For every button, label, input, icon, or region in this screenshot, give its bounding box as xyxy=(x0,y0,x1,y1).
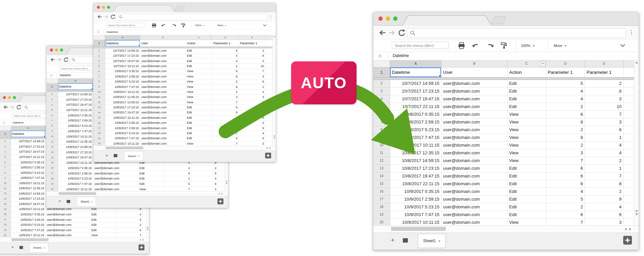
sheet-cell[interactable]: 10/8/2017 0:35:15 xyxy=(58,113,93,118)
column-header-e[interactable]: E xyxy=(585,60,624,67)
sheet-cell[interactable]: user@domain.com xyxy=(441,196,507,203)
sheet-cell[interactable]: 10/7/2017 22:11:15 xyxy=(105,64,140,69)
sheet-cell[interactable]: 10/8/2017 7:47:15 xyxy=(105,85,140,90)
paint-format-icon[interactable] xyxy=(501,42,507,49)
sheet-cell[interactable]: 10/9/2017 10:11:15 xyxy=(390,219,441,225)
row-number[interactable]: 5 xyxy=(0,155,11,160)
sheet-cell[interactable]: 10/9/2017 10:11:15 xyxy=(11,233,45,238)
forward-icon[interactable] xyxy=(10,104,15,110)
formula-bar-value[interactable]: Datetime xyxy=(393,53,409,58)
sheet-cell[interactable]: 10/8/2017 14:59:15 xyxy=(390,157,441,165)
sheet-cell[interactable]: View xyxy=(185,95,212,100)
sheet-cell[interactable]: 2 xyxy=(165,176,191,182)
sheet-cell[interactable]: 1 xyxy=(585,165,624,172)
sheet-cell[interactable]: user@domain.com xyxy=(140,74,185,79)
sheet-cell[interactable]: 10/9/2017 5:23:15 xyxy=(11,222,45,228)
minimize-window-button[interactable] xyxy=(8,96,11,99)
sheet-cell[interactable]: 10/7/2017 14:59:15 xyxy=(390,80,441,88)
sheet-cell[interactable]: 10/9/2017 5:23:15 xyxy=(390,203,441,211)
sheet-cell[interactable]: View xyxy=(507,134,546,142)
column-header-d[interactable]: D xyxy=(212,35,239,40)
sheet-cell[interactable]: 1 xyxy=(239,105,265,110)
sheet-cell[interactable]: 2 xyxy=(239,100,265,105)
sheet-cell[interactable]: 4 xyxy=(546,88,585,95)
scroll-up-icon[interactable] xyxy=(273,36,275,37)
sheet-cell[interactable]: Edit xyxy=(138,171,165,176)
sheet-cell[interactable]: 9 xyxy=(585,196,624,203)
row-number[interactable]: 13 xyxy=(47,150,58,155)
row-number[interactable]: 9 xyxy=(47,129,58,134)
sheet-cell[interactable]: Edit xyxy=(507,103,546,111)
sheet-cell[interactable]: Edit xyxy=(507,95,546,103)
row-number[interactable]: 17 xyxy=(373,196,390,203)
row-number[interactable]: 8 xyxy=(47,123,58,129)
horizontal-scroll-thumb[interactable] xyxy=(391,227,446,231)
sheet-tab[interactable]: Sheet1 xyxy=(77,197,96,207)
sheet-cell[interactable]: Parameter 1 xyxy=(585,67,624,78)
sheet-cell[interactable]: 7 xyxy=(585,172,624,180)
scroll-left-icon[interactable] xyxy=(266,147,267,149)
sheet-cell[interactable]: Edit xyxy=(185,64,212,69)
sheet-cell[interactable]: Action xyxy=(507,67,546,78)
sheet-cell[interactable]: Edit xyxy=(185,120,212,125)
row-number[interactable]: 19 xyxy=(0,228,11,233)
sheet-cell[interactable]: user@domain.com xyxy=(46,217,90,222)
sheet-cell[interactable]: Edit xyxy=(185,105,212,110)
horizontal-scrollbar[interactable] xyxy=(373,225,639,233)
sheet-cell[interactable]: user@domain.com xyxy=(441,88,507,95)
sheet-cell[interactable]: 2 xyxy=(212,79,239,84)
sheet-cell[interactable]: 10/7/2017 17:23:15 xyxy=(105,53,140,58)
minimize-window-button[interactable] xyxy=(386,16,390,21)
sheet-cell[interactable]: Parameter 1 xyxy=(546,67,585,78)
sheet-cell[interactable]: Edit xyxy=(507,88,546,95)
sheet-cell[interactable]: 2 xyxy=(546,126,585,134)
sheet-cell[interactable]: Edit xyxy=(185,126,212,131)
sheet-cell[interactable]: 10/7/2017 17:23:15 xyxy=(58,97,93,102)
url-bar[interactable] xyxy=(407,28,626,38)
sheet-cell[interactable]: 4 xyxy=(191,176,218,182)
sheet-cell[interactable]: Edit xyxy=(185,115,212,120)
row-number[interactable]: 20 xyxy=(373,219,390,225)
sheet-cell[interactable]: 10/8/2017 17:23:15 xyxy=(58,150,93,155)
row-number[interactable]: 12 xyxy=(373,157,390,165)
sheet-cell[interactable]: 6 xyxy=(546,111,585,118)
redo-icon[interactable] xyxy=(171,23,176,28)
sheet-cell[interactable]: 4 xyxy=(546,188,585,196)
menu-search-input[interactable]: Search the menus (Alt+/) xyxy=(392,42,449,49)
row-number[interactable]: 18 xyxy=(373,203,390,211)
sheet-cell[interactable]: Edit xyxy=(507,180,546,188)
sheet-cell[interactable]: 10/8/2017 7:47:15 xyxy=(58,129,93,134)
explore-button[interactable] xyxy=(139,245,145,251)
sheet-cell[interactable]: 4 xyxy=(585,142,624,149)
sheet-cell[interactable]: Edit xyxy=(90,217,116,222)
minimize-window-button[interactable] xyxy=(102,6,105,9)
sheet-cell[interactable]: user@domain.com xyxy=(441,80,507,88)
close-window-button[interactable] xyxy=(378,16,383,21)
horizontal-scroll-thumb[interactable] xyxy=(59,192,96,195)
row-number[interactable]: 7 xyxy=(0,165,11,170)
column-dropdown-button[interactable] xyxy=(208,36,212,39)
sheet-cell[interactable]: 2 xyxy=(212,90,239,95)
column-header-a[interactable]: A xyxy=(58,79,93,83)
forward-icon[interactable] xyxy=(104,14,109,19)
sheet-cell[interactable]: 2 xyxy=(546,103,585,111)
add-sheet-button[interactable]: + xyxy=(11,242,14,253)
row-number[interactable]: 4 xyxy=(373,95,390,103)
collapse-toolbar-chevron-icon[interactable] xyxy=(620,44,625,47)
sheet-cell[interactable]: 6 xyxy=(585,211,624,219)
print-icon[interactable] xyxy=(458,42,465,49)
row-number[interactable]: 15 xyxy=(47,160,58,166)
row-number[interactable]: 18 xyxy=(0,222,11,228)
sheet-cell[interactable]: 7 xyxy=(212,141,239,146)
vertical-scrollbar[interactable] xyxy=(272,35,276,146)
sheet-cell[interactable]: 7 xyxy=(546,157,585,165)
sheet-cell[interactable]: Edit xyxy=(90,228,116,233)
sheet-cell[interactable]: View xyxy=(185,69,212,74)
row-number[interactable]: 1 xyxy=(47,83,58,90)
sheet-cell[interactable]: 2 xyxy=(239,48,265,53)
row-number[interactable]: 2 xyxy=(0,139,11,144)
sheet-cell[interactable]: Edit xyxy=(507,80,546,88)
row-number[interactable]: 7 xyxy=(47,118,58,123)
sheet-cell[interactable]: 7 xyxy=(546,219,585,225)
row-number[interactable]: 16 xyxy=(0,212,11,217)
